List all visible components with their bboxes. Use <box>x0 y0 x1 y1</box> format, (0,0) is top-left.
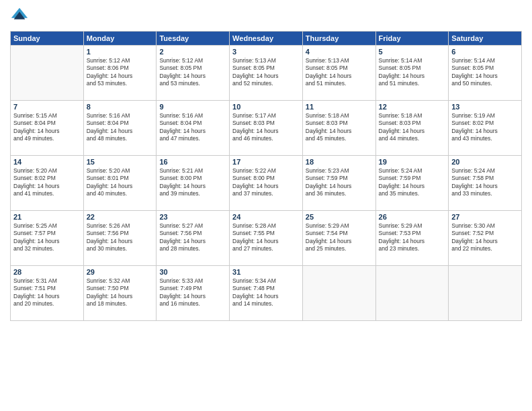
day-number: 14 <box>13 158 81 166</box>
calendar-cell: 12Sunrise: 5:18 AM Sunset: 8:03 PM Dayli… <box>375 101 449 156</box>
calendar-cell: 18Sunrise: 5:23 AM Sunset: 7:59 PM Dayli… <box>302 156 375 211</box>
day-number: 16 <box>159 158 226 166</box>
calendar-cell: 28Sunrise: 5:31 AM Sunset: 7:51 PM Dayli… <box>11 266 84 321</box>
day-number: 10 <box>232 103 300 111</box>
calendar-week-4: 28Sunrise: 5:31 AM Sunset: 7:51 PM Dayli… <box>11 266 522 321</box>
day-info: Sunrise: 5:26 AM Sunset: 7:56 PM Dayligh… <box>87 222 154 253</box>
logo-icon <box>10 7 29 26</box>
day-info: Sunrise: 5:24 AM Sunset: 7:58 PM Dayligh… <box>451 167 519 198</box>
day-number: 9 <box>159 103 226 111</box>
calendar-cell <box>449 266 522 321</box>
day-info: Sunrise: 5:31 AM Sunset: 7:51 PM Dayligh… <box>13 277 81 308</box>
weekday-header-tuesday: Tuesday <box>157 32 230 46</box>
calendar-cell: 30Sunrise: 5:33 AM Sunset: 7:49 PM Dayli… <box>157 266 230 321</box>
day-info: Sunrise: 5:28 AM Sunset: 7:55 PM Dayligh… <box>232 222 300 253</box>
day-number: 13 <box>451 103 519 111</box>
day-number: 18 <box>306 158 373 166</box>
day-info: Sunrise: 5:20 AM Sunset: 8:01 PM Dayligh… <box>87 167 154 198</box>
day-info: Sunrise: 5:33 AM Sunset: 7:49 PM Dayligh… <box>159 277 226 308</box>
weekday-header-friday: Friday <box>375 32 449 46</box>
calendar-cell: 1Sunrise: 5:12 AM Sunset: 8:06 PM Daylig… <box>83 46 157 101</box>
day-number: 19 <box>379 158 446 166</box>
day-info: Sunrise: 5:14 AM Sunset: 8:05 PM Dayligh… <box>451 57 519 88</box>
day-info: Sunrise: 5:22 AM Sunset: 8:00 PM Dayligh… <box>232 167 300 198</box>
calendar-cell: 8Sunrise: 5:16 AM Sunset: 8:04 PM Daylig… <box>83 101 157 156</box>
day-info: Sunrise: 5:18 AM Sunset: 8:03 PM Dayligh… <box>379 112 446 143</box>
day-info: Sunrise: 5:24 AM Sunset: 7:59 PM Dayligh… <box>379 167 446 198</box>
day-number: 31 <box>232 268 300 276</box>
calendar-cell: 25Sunrise: 5:29 AM Sunset: 7:54 PM Dayli… <box>302 211 375 266</box>
day-number: 27 <box>451 213 519 221</box>
calendar-cell: 24Sunrise: 5:28 AM Sunset: 7:55 PM Dayli… <box>230 211 303 266</box>
day-info: Sunrise: 5:27 AM Sunset: 7:56 PM Dayligh… <box>159 222 226 253</box>
weekday-header-saturday: Saturday <box>449 32 522 46</box>
day-info: Sunrise: 5:23 AM Sunset: 7:59 PM Dayligh… <box>306 167 373 198</box>
calendar-cell: 3Sunrise: 5:13 AM Sunset: 8:05 PM Daylig… <box>230 46 303 101</box>
day-number: 3 <box>232 48 300 56</box>
calendar-cell <box>302 266 375 321</box>
calendar-cell: 22Sunrise: 5:26 AM Sunset: 7:56 PM Dayli… <box>83 211 157 266</box>
calendar-cell: 5Sunrise: 5:14 AM Sunset: 8:05 PM Daylig… <box>375 46 449 101</box>
calendar-week-3: 21Sunrise: 5:25 AM Sunset: 7:57 PM Dayli… <box>11 211 522 266</box>
day-number: 25 <box>306 213 373 221</box>
weekday-header-thursday: Thursday <box>302 32 375 46</box>
day-info: Sunrise: 5:18 AM Sunset: 8:03 PM Dayligh… <box>306 112 373 143</box>
calendar-cell: 7Sunrise: 5:15 AM Sunset: 8:04 PM Daylig… <box>11 101 84 156</box>
weekday-header-wednesday: Wednesday <box>230 32 303 46</box>
day-info: Sunrise: 5:13 AM Sunset: 8:05 PM Dayligh… <box>232 57 300 88</box>
calendar-cell: 27Sunrise: 5:30 AM Sunset: 7:52 PM Dayli… <box>449 211 522 266</box>
day-number: 28 <box>13 268 81 276</box>
day-info: Sunrise: 5:19 AM Sunset: 8:02 PM Dayligh… <box>451 112 519 143</box>
day-info: Sunrise: 5:30 AM Sunset: 7:52 PM Dayligh… <box>451 222 519 253</box>
day-info: Sunrise: 5:21 AM Sunset: 8:00 PM Dayligh… <box>159 167 226 198</box>
calendar-cell: 14Sunrise: 5:20 AM Sunset: 8:02 PM Dayli… <box>11 156 84 211</box>
day-number: 22 <box>87 213 154 221</box>
day-number: 1 <box>87 48 154 56</box>
calendar-cell: 15Sunrise: 5:20 AM Sunset: 8:01 PM Dayli… <box>83 156 157 211</box>
page: SundayMondayTuesdayWednesdayThursdayFrid… <box>0 0 532 411</box>
calendar-week-2: 14Sunrise: 5:20 AM Sunset: 8:02 PM Dayli… <box>11 156 522 211</box>
day-info: Sunrise: 5:16 AM Sunset: 8:04 PM Dayligh… <box>159 112 226 143</box>
calendar-header: SundayMondayTuesdayWednesdayThursdayFrid… <box>11 32 522 46</box>
calendar-cell: 10Sunrise: 5:17 AM Sunset: 8:03 PM Dayli… <box>230 101 303 156</box>
day-number: 24 <box>232 213 300 221</box>
day-info: Sunrise: 5:17 AM Sunset: 8:03 PM Dayligh… <box>232 112 300 143</box>
calendar-week-0: 1Sunrise: 5:12 AM Sunset: 8:06 PM Daylig… <box>11 46 522 101</box>
calendar-table: SundayMondayTuesdayWednesdayThursdayFrid… <box>10 31 522 321</box>
day-number: 26 <box>379 213 446 221</box>
day-info: Sunrise: 5:34 AM Sunset: 7:48 PM Dayligh… <box>232 277 300 308</box>
calendar-cell: 26Sunrise: 5:29 AM Sunset: 7:53 PM Dayli… <box>375 211 449 266</box>
day-number: 17 <box>232 158 300 166</box>
day-number: 21 <box>13 213 81 221</box>
day-number: 8 <box>87 103 154 111</box>
day-number: 11 <box>306 103 373 111</box>
calendar-cell: 23Sunrise: 5:27 AM Sunset: 7:56 PM Dayli… <box>157 211 230 266</box>
calendar-cell: 21Sunrise: 5:25 AM Sunset: 7:57 PM Dayli… <box>11 211 84 266</box>
calendar-cell: 17Sunrise: 5:22 AM Sunset: 8:00 PM Dayli… <box>230 156 303 211</box>
day-info: Sunrise: 5:32 AM Sunset: 7:50 PM Dayligh… <box>87 277 154 308</box>
day-info: Sunrise: 5:14 AM Sunset: 8:05 PM Dayligh… <box>379 57 446 88</box>
calendar-cell: 4Sunrise: 5:13 AM Sunset: 8:05 PM Daylig… <box>302 46 375 101</box>
day-info: Sunrise: 5:16 AM Sunset: 8:04 PM Dayligh… <box>87 112 154 143</box>
calendar-cell <box>375 266 449 321</box>
day-info: Sunrise: 5:29 AM Sunset: 7:54 PM Dayligh… <box>306 222 373 253</box>
calendar-cell: 11Sunrise: 5:18 AM Sunset: 8:03 PM Dayli… <box>302 101 375 156</box>
day-number: 12 <box>379 103 446 111</box>
day-info: Sunrise: 5:20 AM Sunset: 8:02 PM Dayligh… <box>13 167 81 198</box>
day-number: 5 <box>379 48 446 56</box>
day-info: Sunrise: 5:12 AM Sunset: 8:06 PM Dayligh… <box>87 57 154 88</box>
day-number: 4 <box>306 48 373 56</box>
logo <box>10 7 30 26</box>
calendar-cell: 19Sunrise: 5:24 AM Sunset: 7:59 PM Dayli… <box>375 156 449 211</box>
day-info: Sunrise: 5:12 AM Sunset: 8:05 PM Dayligh… <box>159 57 226 88</box>
calendar-week-1: 7Sunrise: 5:15 AM Sunset: 8:04 PM Daylig… <box>11 101 522 156</box>
calendar-cell: 9Sunrise: 5:16 AM Sunset: 8:04 PM Daylig… <box>157 101 230 156</box>
day-number: 30 <box>159 268 226 276</box>
day-info: Sunrise: 5:15 AM Sunset: 8:04 PM Dayligh… <box>13 112 81 143</box>
calendar-cell: 29Sunrise: 5:32 AM Sunset: 7:50 PM Dayli… <box>83 266 157 321</box>
weekday-header-row: SundayMondayTuesdayWednesdayThursdayFrid… <box>11 32 522 46</box>
calendar-body: 1Sunrise: 5:12 AM Sunset: 8:06 PM Daylig… <box>11 46 522 321</box>
day-number: 15 <box>87 158 154 166</box>
weekday-header-sunday: Sunday <box>11 32 84 46</box>
day-number: 7 <box>13 103 81 111</box>
